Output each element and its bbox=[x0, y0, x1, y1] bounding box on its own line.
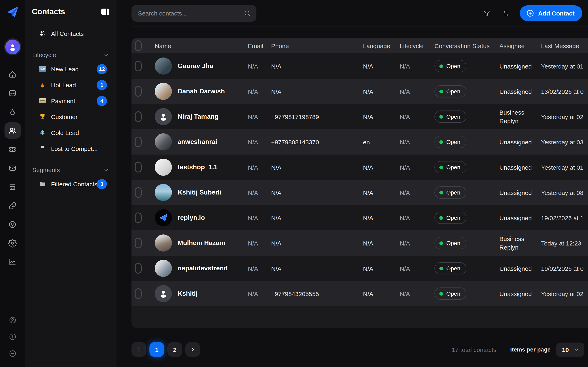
status-badge: Open bbox=[434, 110, 467, 123]
contact-language: N/A bbox=[363, 290, 400, 297]
add-contact-label: Add Contact bbox=[538, 10, 575, 17]
sidebar-item-customer[interactable]: Customer bbox=[30, 109, 111, 124]
contact-avatar bbox=[155, 209, 172, 226]
flame-icon[interactable] bbox=[4, 104, 21, 120]
rail-bottom bbox=[6, 313, 19, 367]
table-row[interactable]: Niraj Tamang N/A +9779817198789 N/A N/A … bbox=[131, 104, 588, 129]
contact-phone: N/A bbox=[271, 214, 363, 221]
contact-lifecycle: N/A bbox=[400, 240, 434, 247]
account-icon[interactable] bbox=[6, 313, 19, 327]
settings-gear-icon[interactable] bbox=[4, 235, 21, 251]
table-row[interactable]: Mulhem Hazam N/A N/A N/A N/A Open Busine… bbox=[131, 230, 588, 256]
column-header-email: Email bbox=[248, 42, 271, 49]
contact-last-message: Yesterday at 01 bbox=[541, 164, 588, 171]
mail-icon[interactable] bbox=[4, 160, 21, 176]
app-root: Contacts All Contacts LifecycleNEWNew Le… bbox=[0, 0, 588, 367]
sort-swap-icon[interactable] bbox=[500, 7, 512, 19]
status-badge: Open bbox=[434, 287, 467, 300]
sidebar-item-hot-lead[interactable]: Hot Lead1 bbox=[30, 77, 111, 92]
contacts-icon[interactable] bbox=[4, 122, 21, 139]
contact-phone: N/A bbox=[271, 88, 363, 95]
inbox-icon[interactable] bbox=[4, 85, 21, 101]
collapse-sidebar-button[interactable] bbox=[100, 8, 110, 16]
sidebar-item-lost-to-compet-[interactable]: Lost to Compet... bbox=[30, 141, 111, 156]
contact-assignee: Unassigned bbox=[499, 264, 541, 273]
row-checkbox[interactable] bbox=[135, 288, 142, 299]
table-row[interactable]: anweshanrai N/A +9779808143370 en N/A Op… bbox=[131, 129, 588, 155]
row-checkbox[interactable] bbox=[135, 238, 142, 248]
workspace-avatar[interactable] bbox=[4, 38, 21, 55]
table-row[interactable]: Kshitij N/A +9779843205555 N/A N/A Open … bbox=[131, 281, 588, 306]
contacts-sidebar: Contacts All Contacts LifecycleNEWNew Le… bbox=[25, 0, 116, 367]
section-header-segments[interactable]: Segments bbox=[32, 166, 109, 173]
contact-avatar bbox=[155, 108, 172, 125]
sidebar-item-new-lead[interactable]: NEWNew Lead12 bbox=[30, 62, 111, 76]
home-icon[interactable] bbox=[4, 66, 21, 82]
link-icon[interactable] bbox=[4, 197, 21, 214]
contact-assignee: Unassigned bbox=[499, 87, 541, 96]
add-contact-button[interactable]: Add Contact bbox=[520, 5, 582, 21]
row-checkbox[interactable] bbox=[135, 263, 142, 274]
contact-last-message: 19/02/2026 at 0 bbox=[541, 265, 588, 272]
sidebar-item-cold-lead[interactable]: ❄Cold Lead bbox=[30, 125, 111, 140]
analytics-chart-icon[interactable] bbox=[4, 254, 21, 270]
items-per-page-value: 10 bbox=[562, 346, 569, 353]
items-per-page-select[interactable]: 10 bbox=[556, 342, 584, 357]
column-header-assignee: Assignee bbox=[499, 42, 541, 49]
next-page-button[interactable] bbox=[185, 342, 200, 357]
filter-funnel-icon[interactable] bbox=[481, 7, 493, 19]
row-checkbox[interactable] bbox=[135, 162, 142, 173]
contact-name: Kshitij bbox=[178, 290, 198, 297]
table-row[interactable]: testshop_1.1 N/A N/A N/A N/A Open Unassi… bbox=[131, 155, 588, 180]
contact-language: N/A bbox=[363, 88, 400, 95]
minimize-icon[interactable] bbox=[6, 347, 19, 360]
page-2-button[interactable]: 2 bbox=[167, 342, 182, 357]
section-header-lifecycle[interactable]: Lifecycle bbox=[32, 51, 109, 58]
items-per-page-label: Items per page bbox=[510, 346, 551, 353]
contact-language: N/A bbox=[363, 63, 400, 69]
table-row[interactable]: Danah Darwish N/A N/A N/A N/A Open Unass… bbox=[131, 79, 588, 104]
contact-email: N/A bbox=[248, 113, 271, 120]
sidebar-item-filtered-contacts[interactable]: Filtered Contacts3 bbox=[30, 176, 111, 191]
contact-email: N/A bbox=[248, 164, 271, 171]
count-badge: 12 bbox=[97, 64, 107, 74]
contact-phone: N/A bbox=[271, 265, 363, 272]
row-checkbox[interactable] bbox=[135, 61, 142, 71]
status-dot-icon bbox=[439, 216, 443, 220]
contact-last-message: Yesterday at 02 bbox=[541, 113, 588, 120]
sidebar-item-payment[interactable]: Payment4 bbox=[30, 93, 111, 108]
contact-lifecycle: N/A bbox=[400, 189, 434, 196]
sidebar-item-all-contacts[interactable]: All Contacts bbox=[30, 26, 111, 41]
column-header-last-message: Last Message bbox=[541, 42, 588, 49]
row-checkbox[interactable] bbox=[135, 111, 142, 122]
contact-last-message: Yesterday at 03 bbox=[541, 138, 588, 145]
info-icon[interactable] bbox=[6, 330, 19, 344]
contact-name: Danah Darwish bbox=[178, 88, 225, 95]
status-dot-icon bbox=[439, 115, 443, 118]
row-checkbox[interactable] bbox=[135, 212, 142, 223]
table-row[interactable]: nepalidevstrend N/A N/A N/A N/A Open Una… bbox=[131, 256, 588, 281]
status-badge: Open bbox=[434, 85, 467, 98]
table-row[interactable]: Gaurav Jha N/A N/A N/A N/A Open Unassign… bbox=[131, 53, 588, 79]
page-1-button[interactable]: 1 bbox=[149, 342, 164, 357]
table-row[interactable]: Kshitij Subedi N/A N/A N/A N/A Open Unas… bbox=[131, 180, 588, 205]
count-badge: 4 bbox=[97, 96, 107, 106]
row-checkbox[interactable] bbox=[135, 187, 142, 198]
count-badge: 1 bbox=[97, 80, 107, 90]
store-icon[interactable] bbox=[4, 179, 21, 195]
status-dot-icon bbox=[439, 140, 443, 144]
prev-page-button[interactable] bbox=[131, 342, 146, 357]
contact-last-message: Yesterday at 02 bbox=[541, 290, 588, 297]
contact-avatar bbox=[155, 58, 172, 75]
row-checkbox[interactable] bbox=[135, 86, 142, 97]
app-logo-icon[interactable] bbox=[6, 5, 19, 19]
contact-lifecycle: N/A bbox=[400, 63, 434, 69]
contact-language: N/A bbox=[363, 214, 400, 221]
search-input[interactable] bbox=[131, 5, 256, 22]
status-dot-icon bbox=[439, 267, 443, 270]
select-all-checkbox[interactable] bbox=[135, 40, 142, 51]
ticket-icon[interactable] bbox=[4, 141, 21, 157]
row-checkbox[interactable] bbox=[135, 137, 142, 147]
plug-icon[interactable] bbox=[4, 216, 21, 233]
table-row[interactable]: replyn.io N/A N/A N/A N/A Open Unassigne… bbox=[131, 205, 588, 230]
